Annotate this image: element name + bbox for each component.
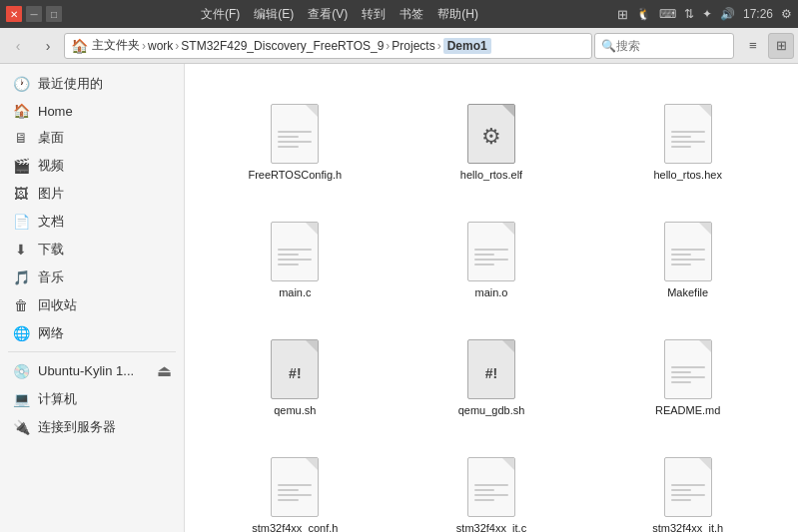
video-icon: 🎬 — [12, 158, 30, 174]
sidebar-divider — [8, 351, 176, 352]
titlebar-right: ⊞ 🐧 ⌨ ⇅ ✦ 🔊 17:26 ⚙ — [617, 7, 792, 22]
file-icon-itc — [467, 457, 515, 517]
tux-icon: 🐧 — [636, 7, 651, 21]
file-area: FreeRTOSConfig.h ⚙ hello_rtos.elf hello_… — [185, 64, 798, 532]
menu-goto[interactable]: 转到 — [362, 6, 386, 23]
breadcrumb-sep-1: › — [142, 39, 146, 53]
breadcrumb-work[interactable]: work — [148, 39, 173, 53]
minimize-button[interactable]: ─ — [26, 6, 42, 22]
breadcrumb-sep-4: › — [437, 39, 441, 53]
sidebar-item-video[interactable]: 🎬 视频 — [0, 152, 184, 180]
volume-icon: 🔊 — [720, 7, 735, 21]
recent-icon: 🕐 — [12, 76, 30, 92]
breadcrumb-home[interactable]: 主文件夹 — [92, 37, 140, 54]
window-controls[interactable]: ✕ ─ □ — [6, 6, 62, 22]
back-button[interactable]: ‹ — [4, 32, 32, 60]
music-icon: 🎵 — [12, 269, 30, 285]
file-icon-script1: #! — [271, 339, 319, 399]
file-label-elf: hello_rtos.elf — [460, 168, 522, 182]
sidebar-item-download[interactable]: ⬇ 下载 — [0, 236, 184, 264]
sidebar-label-documents: 文档 — [38, 213, 64, 231]
file-icon-mainc — [271, 222, 319, 281]
file-label: FreeRTOSConfig.h — [248, 168, 342, 182]
file-icon-makefile — [664, 222, 712, 281]
file-item-qemush[interactable]: #! qemu.sh — [201, 315, 390, 425]
menu-bookmarks[interactable]: 书签 — [399, 6, 423, 23]
file-item-elf[interactable]: ⚙ hello_rtos.elf — [398, 80, 586, 190]
list-view-button[interactable]: ≡ — [740, 33, 766, 59]
file-label-mainc: main.c — [279, 285, 311, 299]
forward-button[interactable]: › — [34, 32, 62, 60]
file-label-hex: hello_rtos.hex — [653, 168, 722, 182]
network-icon: ⊞ — [617, 7, 628, 22]
pictures-icon: 🖼 — [12, 186, 30, 202]
settings-icon[interactable]: ⚙ — [781, 7, 792, 21]
file-item-ith[interactable]: stm32f4xx_it.h — [593, 433, 782, 532]
sidebar-item-recent[interactable]: 🕐 最近使用的 — [0, 70, 184, 98]
file-icon-confh — [271, 457, 319, 517]
file-icon-maino — [467, 222, 515, 281]
sidebar-item-network[interactable]: 🌐 网络 — [0, 319, 184, 347]
sidebar-item-computer[interactable]: 💻 计算机 — [0, 385, 184, 413]
file-label-itc: stm32f4xx_it.c — [456, 521, 526, 532]
menu-file[interactable]: 文件(F) — [201, 6, 240, 23]
sidebar-label-recent: 最近使用的 — [38, 75, 103, 93]
file-label-qemush: qemu.sh — [274, 403, 316, 417]
sidebar-item-connect[interactable]: 🔌 连接到服务器 — [0, 413, 184, 441]
sidebar-label-network: 网络 — [38, 324, 64, 342]
file-icon-gear: ⚙ — [467, 104, 515, 164]
breadcrumb-stm[interactable]: STM32F429_Discovery_FreeRTOS_9 — [181, 39, 384, 53]
menu-view[interactable]: 查看(V) — [308, 6, 348, 23]
sidebar-label-music: 音乐 — [38, 268, 64, 286]
sidebar-item-home[interactable]: 🏠 Home — [0, 98, 184, 124]
file-label-confh: stm32f4xx_conf.h — [252, 521, 338, 532]
search-input[interactable] — [616, 39, 726, 53]
breadcrumb-demo1[interactable]: Demo1 — [443, 38, 491, 54]
sidebar-label-home: Home — [38, 104, 73, 119]
breadcrumb-sep-2: › — [175, 39, 179, 53]
search-box[interactable]: 🔍 — [594, 33, 734, 59]
titlebar: ✕ ─ □ 文件(F) 编辑(E) 查看(V) 转到 书签 帮助(H) ⊞ 🐧 … — [0, 0, 798, 28]
maximize-button[interactable]: □ — [46, 6, 62, 22]
close-button[interactable]: ✕ — [6, 6, 22, 22]
sidebar-label-computer: 计算机 — [38, 390, 77, 408]
file-item-freertoconfigh[interactable]: FreeRTOSConfig.h — [201, 80, 390, 190]
network-sidebar-icon: 🌐 — [12, 325, 30, 341]
file-item-readme[interactable]: README.md — [593, 315, 782, 425]
sidebar-item-trash[interactable]: 🗑 回收站 — [0, 291, 184, 319]
menu-help[interactable]: 帮助(H) — [437, 6, 478, 23]
desktop-icon: 🖥 — [12, 130, 30, 146]
sidebar-item-ubuntu[interactable]: 💿 Ubuntu-Kylin 1... ⏏ — [0, 356, 184, 385]
file-label-maino: main.o — [474, 285, 507, 299]
sidebar-label-download: 下载 — [38, 241, 64, 259]
breadcrumb-projects[interactable]: Projects — [392, 39, 434, 53]
eject-button[interactable]: ⏏ — [157, 361, 172, 380]
file-item-confh[interactable]: stm32f4xx_conf.h — [201, 433, 390, 532]
trash-icon: 🗑 — [12, 297, 30, 313]
file-item-itc[interactable]: stm32f4xx_it.c — [398, 433, 586, 532]
sidebar-label-trash: 回收站 — [38, 296, 77, 314]
sidebar-item-pictures[interactable]: 🖼 图片 — [0, 180, 184, 208]
sidebar-label-ubuntu: Ubuntu-Kylin 1... — [38, 363, 134, 378]
view-buttons: ≡ ⊞ — [740, 33, 794, 59]
computer-icon: 💻 — [12, 391, 30, 407]
menu-edit[interactable]: 编辑(E) — [254, 6, 294, 23]
sidebar-item-documents[interactable]: 📄 文档 — [0, 208, 184, 236]
file-item-qemugdbsh[interactable]: #! qemu_gdb.sh — [398, 315, 586, 425]
sidebar-label-pictures: 图片 — [38, 185, 64, 203]
file-icon-header — [271, 104, 319, 164]
sidebar-item-music[interactable]: 🎵 音乐 — [0, 264, 184, 291]
sidebar-item-desktop[interactable]: 🖥 桌面 — [0, 124, 184, 152]
file-item-mainc[interactable]: main.c — [201, 198, 390, 307]
file-item-hex[interactable]: hello_rtos.hex — [593, 80, 782, 190]
sidebar: 🕐 最近使用的 🏠 Home 🖥 桌面 🎬 视频 🖼 图片 📄 文档 ⬇ 下载 — [0, 64, 185, 532]
grid-view-button[interactable]: ⊞ — [768, 33, 794, 59]
search-icon: 🔍 — [601, 39, 616, 53]
file-label-readme: README.md — [655, 403, 720, 417]
file-item-maino[interactable]: main.o — [398, 198, 586, 307]
file-item-makefile[interactable]: Makefile — [593, 198, 782, 307]
time-display: 17:26 — [743, 7, 773, 21]
file-label-qemugdbsh: qemu_gdb.sh — [458, 403, 525, 417]
file-label-makefile: Makefile — [667, 285, 708, 299]
file-icon-ith — [664, 457, 712, 517]
